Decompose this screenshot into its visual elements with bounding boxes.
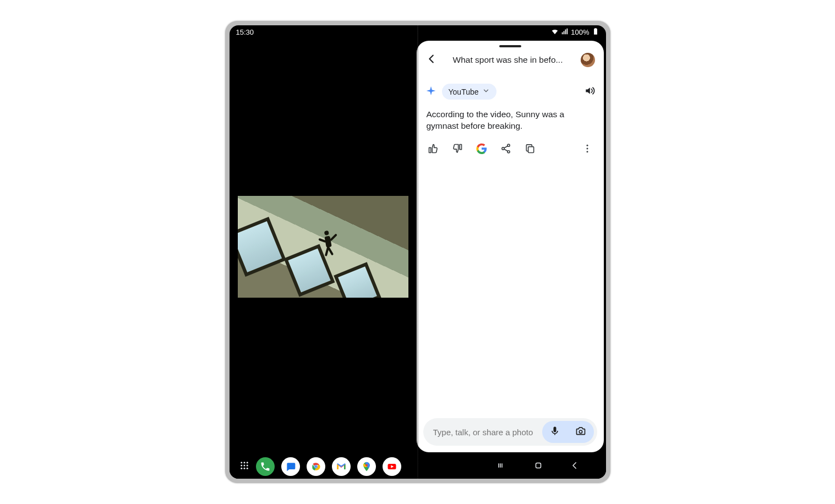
video-pane[interactable]	[230, 39, 417, 454]
chrome-app-icon[interactable]	[307, 457, 325, 476]
gemini-spark-icon	[425, 85, 436, 98]
speaker-button[interactable]	[584, 85, 595, 98]
nav-back-button[interactable]	[570, 461, 580, 473]
input-bar	[423, 418, 597, 446]
svg-point-15	[243, 468, 245, 469]
video-frame	[238, 196, 408, 298]
messages-app-icon[interactable]	[281, 457, 300, 476]
svg-point-16	[246, 468, 248, 469]
svg-point-8	[241, 462, 242, 463]
more-button[interactable]	[582, 143, 593, 156]
apps-grid-button[interactable]	[239, 461, 249, 473]
wifi-icon	[551, 28, 559, 37]
prompt-input[interactable]	[433, 428, 538, 437]
signal-icon	[561, 28, 569, 37]
svg-point-21	[365, 464, 368, 467]
phone-app-icon[interactable]	[256, 457, 275, 476]
battery-percent: 100%	[571, 28, 589, 36]
svg-point-13	[246, 465, 248, 467]
camera-button[interactable]	[575, 425, 586, 439]
thumbs-down-button[interactable]	[452, 143, 463, 156]
battery-icon	[592, 28, 599, 37]
svg-point-11	[241, 465, 242, 467]
svg-point-4	[586, 144, 588, 146]
svg-point-9	[243, 462, 245, 463]
svg-rect-23	[536, 463, 541, 468]
google-search-button[interactable]	[476, 143, 487, 156]
clock: 15:30	[236, 28, 254, 36]
panel-title: What sport was she in befo...	[444, 55, 574, 65]
gmail-app-icon[interactable]	[332, 457, 351, 476]
source-chip[interactable]: YouTube	[442, 84, 496, 100]
nav-home-button[interactable]	[533, 461, 543, 473]
drag-handle[interactable]	[499, 45, 521, 47]
assistant-panel: What sport was she in befo... YouTube	[417, 41, 604, 452]
svg-rect-3	[528, 146, 533, 152]
svg-point-7	[579, 430, 582, 433]
answer-text: According to the video, Sunny was a gymn…	[417, 105, 604, 139]
thumbs-up-button[interactable]	[428, 143, 439, 156]
share-button[interactable]	[500, 143, 511, 156]
avatar[interactable]	[581, 53, 595, 67]
copy-button[interactable]	[525, 143, 536, 156]
svg-point-10	[246, 462, 248, 463]
svg-point-12	[243, 465, 245, 467]
svg-point-20	[315, 465, 317, 468]
back-button[interactable]	[425, 53, 438, 67]
nav-recents-button[interactable]	[497, 461, 507, 473]
maps-app-icon[interactable]	[357, 457, 376, 476]
mic-button[interactable]	[549, 425, 560, 439]
fold-hinge	[417, 25, 418, 479]
source-label: YouTube	[449, 87, 479, 96]
svg-point-5	[586, 147, 588, 149]
youtube-app-icon[interactable]	[383, 457, 401, 476]
svg-point-14	[241, 468, 242, 469]
svg-point-6	[586, 151, 588, 152]
chevron-down-icon	[482, 87, 490, 96]
device-frame: 15:30 100%	[225, 21, 610, 483]
